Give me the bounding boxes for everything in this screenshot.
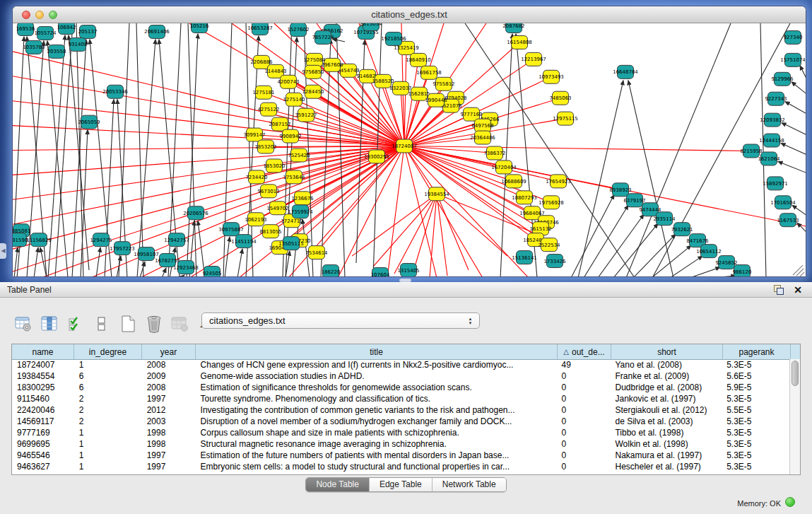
table-scrollbar[interactable] — [789, 359, 800, 474]
edge[interactable] — [781, 144, 806, 155]
table-split-iccon[interactable] — [93, 315, 111, 333]
window-resize-grip[interactable] — [793, 265, 804, 276]
edge[interactable] — [332, 39, 345, 42]
graph-node[interactable]: 16720404 — [491, 160, 517, 174]
graph-node[interactable]: 16648784 — [613, 65, 638, 78]
show-columns-icon[interactable] — [40, 315, 59, 333]
edge[interactable] — [338, 146, 404, 277]
graph-node[interactable]: 4200743 — [277, 75, 299, 88]
graph-node[interactable]: 1990448 — [425, 93, 447, 107]
graph-node[interactable]: 1062193 — [245, 213, 266, 226]
graph-node[interactable]: 2087157 — [269, 117, 290, 131]
graph-node[interactable]: 7525420 — [288, 148, 310, 162]
column-header-name[interactable]: name — [12, 344, 74, 359]
table-mode-icon[interactable] — [14, 315, 33, 333]
select-all-columns-icon[interactable] — [66, 315, 85, 333]
table-row[interactable]: 2242004622012Investigating the contribut… — [12, 404, 789, 416]
graph-node[interactable]: 9227343 — [765, 92, 787, 105]
edge[interactable] — [690, 267, 720, 277]
graph-node[interactable]: 20364486 — [470, 131, 495, 144]
graph-node[interactable]: 20691406 — [144, 25, 170, 38]
table-row[interactable]: 946554611997Estimation of the future num… — [12, 450, 789, 461]
edge[interactable] — [598, 214, 644, 277]
delete-columns-icon[interactable] — [145, 315, 163, 333]
graph-node[interactable]: 11451194 — [231, 235, 257, 248]
table-row[interactable]: 1938455462009Genome-wide association stu… — [12, 370, 789, 382]
graph-node[interactable]: 1753644 — [283, 170, 305, 184]
table-row[interactable]: 1872400712008Changes of HCN gene express… — [12, 359, 789, 370]
close-panel-icon[interactable]: ✕ — [794, 284, 802, 296]
graph-node[interactable]: 1853020 — [263, 159, 285, 173]
graph-node[interactable]: 2522534 — [538, 238, 560, 252]
network-window[interactable]: citations_edges.txt 13325419186409101696… — [12, 6, 806, 277]
graph-node[interactable]: 9755812 — [433, 77, 454, 90]
graph-node[interactable]: 1294275 — [90, 233, 112, 247]
network-canvas[interactable]: 1332541918640910169617589755812679402816… — [13, 23, 806, 277]
graph-node[interactable]: 12213967 — [521, 52, 546, 66]
graph-node[interactable]: 106942 — [57, 23, 76, 34]
graph-node[interactable]: 7386372 — [483, 146, 505, 160]
column-header-short[interactable]: short — [611, 344, 723, 359]
graph-node[interactable]: 1549702 — [266, 201, 288, 215]
graph-node[interactable]: 107604 — [371, 268, 390, 277]
edge[interactable] — [69, 35, 89, 270]
graph-node[interactable]: 20206576 — [183, 206, 208, 220]
edge[interactable] — [223, 23, 232, 277]
edge[interactable] — [613, 223, 658, 277]
graph-node[interactable]: 7932621 — [671, 223, 693, 236]
graph-node[interactable]: 1527602 — [287, 23, 309, 36]
graph-node[interactable]: 169536 — [16, 23, 35, 35]
edge[interactable] — [237, 249, 242, 277]
graph-node[interactable]: 1275084 — [303, 53, 326, 66]
table-selector[interactable]: citations_edges.txt ▲▼ — [201, 313, 480, 329]
panel-collapse-handle[interactable]: ◀ — [0, 243, 6, 259]
graph-node[interactable]: 7857224 — [312, 30, 334, 44]
graph-node[interactable]: 1035780 — [23, 40, 45, 54]
graph-node[interactable]: 1621064 — [758, 152, 780, 165]
edge[interactable] — [712, 276, 736, 277]
column-header-title[interactable]: title — [196, 344, 558, 359]
edge[interactable] — [797, 223, 806, 232]
graph-node[interactable]: 15892971 — [763, 177, 788, 190]
graph-node[interactable]: 1275140 — [283, 93, 305, 106]
graph-node[interactable]: 2065059 — [78, 115, 100, 129]
table-row[interactable]: 911546021997Tourette syndrome. Phenomeno… — [12, 393, 789, 404]
graph-node[interactable]: 17957223 — [110, 242, 135, 255]
graph-node[interactable]: 203558 — [47, 45, 66, 58]
graph-node[interactable]: 1275181 — [252, 86, 274, 99]
graph-node[interactable]: 205137 — [78, 25, 98, 38]
graph-node[interactable]: 391590 — [13, 233, 28, 247]
graph-node[interactable]: 1236676 — [291, 192, 313, 205]
edge[interactable] — [72, 40, 86, 277]
graph-node[interactable]: 9908942 — [279, 129, 301, 143]
graph-node[interactable]: 12942757 — [164, 233, 189, 247]
table-row[interactable]: 977716911998Corpus callosum shape and si… — [12, 427, 789, 438]
create-column-icon[interactable] — [119, 315, 137, 333]
graph-node[interactable]: 1167533 — [777, 214, 799, 227]
graph-node[interactable]: 15751074 — [780, 53, 806, 66]
graph-node[interactable]: 19756928 — [539, 196, 564, 209]
graph-node[interactable]: 186220 — [322, 265, 341, 277]
graph-node[interactable]: 19384554 — [424, 187, 449, 201]
graph-node[interactable]: 10653287 — [247, 23, 273, 35]
graph-node[interactable]: 3099147 — [243, 128, 265, 141]
edge[interactable] — [785, 102, 806, 114]
graph-node[interactable]: 9129966 — [771, 72, 793, 86]
node-table[interactable]: namein_degreeyeartitle△out_de...shortpag… — [11, 344, 801, 475]
edge[interactable] — [778, 161, 806, 173]
graph-node[interactable]: 18640910 — [406, 53, 431, 66]
graph-node[interactable]: 4275122 — [257, 103, 279, 116]
edge[interactable] — [13, 146, 404, 200]
graph-node[interactable]: 16154808 — [507, 35, 532, 49]
table-row[interactable]: 1456911722003Disruption of a novel membe… — [12, 416, 789, 427]
graph-node[interactable]: 1853202 — [254, 140, 276, 153]
edge[interactable] — [34, 247, 38, 277]
column-header-in_degree[interactable]: in_degree — [74, 344, 142, 359]
edge[interactable] — [652, 23, 790, 277]
graph-node[interactable]: 927340 — [784, 30, 803, 44]
edge[interactable] — [13, 146, 404, 272]
edge[interactable] — [652, 245, 691, 277]
graph-node[interactable]: 15136141 — [512, 251, 537, 264]
edge[interactable] — [14, 37, 24, 235]
edge[interactable] — [373, 194, 437, 267]
